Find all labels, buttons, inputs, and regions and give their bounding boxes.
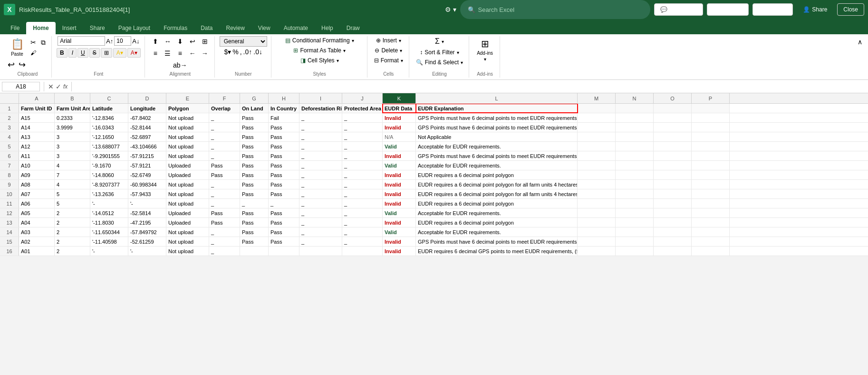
cell[interactable]: _ <box>299 199 342 208</box>
cell[interactable] <box>692 161 730 170</box>
cell[interactable]: _ <box>342 227 383 237</box>
cell[interactable]: Pass <box>240 132 269 141</box>
cell[interactable] <box>299 247 342 256</box>
cell[interactable] <box>616 227 654 237</box>
font-color-button[interactable]: A▾ <box>127 48 141 58</box>
cell[interactable] <box>240 247 269 256</box>
wrap-text-button[interactable]: ↩ <box>187 36 198 47</box>
cell[interactable]: 2 <box>55 208 90 217</box>
tab-insert[interactable]: Insert <box>56 22 83 34</box>
cell[interactable]: _ <box>299 142 342 151</box>
format-cells-button[interactable]: ⊟ Format ▾ <box>372 56 405 65</box>
cell[interactable]: _ <box>342 237 383 246</box>
cell[interactable]: -57.9121 <box>128 161 166 170</box>
cell[interactable] <box>654 247 692 256</box>
cell[interactable]: Valid <box>383 161 416 170</box>
cell[interactable] <box>654 227 692 237</box>
cell[interactable] <box>654 113 692 122</box>
cell[interactable]: _ <box>209 132 240 141</box>
cell[interactable]: _ <box>269 199 299 208</box>
cell[interactable]: Pass <box>209 161 240 170</box>
sort-filter-button[interactable]: ↕ Sort & Filter ▾ <box>418 48 461 57</box>
cell[interactable]: Acceptable for EUDR requirements. <box>416 227 578 237</box>
cell[interactable]: Latitude <box>90 104 128 113</box>
cell[interactable]: _ <box>342 208 383 217</box>
increase-decimal-button[interactable]: .0↑ <box>243 48 252 56</box>
cell[interactable]: 3 <box>55 151 90 160</box>
cell[interactable] <box>654 208 692 217</box>
tab-data[interactable]: Data <box>194 22 219 34</box>
cell[interactable]: Uploaded <box>166 208 209 217</box>
cell[interactable]: '- <box>128 247 166 256</box>
cell[interactable]: '-13.688077 <box>90 142 128 151</box>
cell[interactable]: -57.91215 <box>128 151 166 160</box>
underline-button[interactable]: U <box>77 48 88 58</box>
cell[interactable] <box>578 237 616 246</box>
merge-button[interactable]: ⊞ <box>199 36 211 47</box>
cell[interactable]: -47.2195 <box>128 218 166 227</box>
cell[interactable]: Invalid <box>383 218 416 227</box>
cell[interactable]: Valid <box>383 208 416 217</box>
cell[interactable] <box>578 151 616 160</box>
tab-draw[interactable]: Draw <box>340 22 366 34</box>
cell[interactable]: '-12.8346 <box>90 113 128 122</box>
cell[interactable] <box>616 132 654 141</box>
cell[interactable]: Not upload <box>166 113 209 122</box>
cell[interactable]: A08 <box>19 180 55 189</box>
cell[interactable]: Not upload <box>166 247 209 256</box>
cell[interactable]: Pass <box>240 208 269 217</box>
cell[interactable] <box>616 247 654 256</box>
col-header-g[interactable]: G <box>240 93 269 103</box>
cell[interactable] <box>616 199 654 208</box>
fill-color-button[interactable]: A▾ <box>113 48 126 58</box>
cell[interactable]: '-11.40598 <box>90 237 128 246</box>
increase-indent-button[interactable]: → <box>199 48 211 59</box>
cell[interactable]: A06 <box>19 199 55 208</box>
cell[interactable] <box>578 123 616 132</box>
align-middle-button[interactable]: ↔ <box>162 36 174 47</box>
cell[interactable]: GPS Points must have 6 decimal points to… <box>416 123 578 132</box>
cell[interactable]: '-9.2901555 <box>90 151 128 160</box>
cell[interactable] <box>578 142 616 151</box>
cell[interactable] <box>616 151 654 160</box>
cell[interactable]: -43.104666 <box>128 142 166 151</box>
cell[interactable]: '- <box>90 247 128 256</box>
cell[interactable]: _ <box>342 199 383 208</box>
cell[interactable]: Pass <box>269 227 299 237</box>
font-name-input[interactable] <box>58 36 105 46</box>
cell[interactable]: EUDR requires a 6 decimal point polygon <box>416 199 578 208</box>
cell[interactable] <box>578 180 616 189</box>
cell[interactable] <box>654 199 692 208</box>
catchup-button[interactable]: ↺ Catch up <box>707 3 749 16</box>
cell[interactable]: EUDR requires a 6 decimal point polygon … <box>416 189 578 198</box>
tab-review[interactable]: Review <box>220 22 251 34</box>
col-header-a[interactable]: A <box>19 93 55 103</box>
cell[interactable]: _ <box>209 237 240 246</box>
editing-button[interactable]: ✏ Editing ▾ <box>752 3 793 16</box>
addins-button[interactable]: ⊞ Add-ins ▾ <box>474 36 496 64</box>
cell[interactable]: Not upload <box>166 180 209 189</box>
cell[interactable]: -57.849792 <box>128 227 166 237</box>
cell[interactable]: _ <box>299 227 342 237</box>
delete-cells-button[interactable]: ⊖ Delete ▾ <box>373 46 404 55</box>
col-header-n[interactable]: N <box>616 93 654 103</box>
cell[interactable]: A05 <box>19 208 55 217</box>
cell[interactable]: '-14.8060 <box>90 170 128 179</box>
cell[interactable]: _ <box>209 151 240 160</box>
col-header-i[interactable]: I <box>299 93 342 103</box>
cell[interactable]: Pass <box>240 113 269 122</box>
cell[interactable]: Not upload <box>166 227 209 237</box>
cell[interactable]: _ <box>342 142 383 151</box>
cell[interactable]: 3 <box>55 132 90 141</box>
cell[interactable]: Deforestation Risk <box>299 104 342 113</box>
cell[interactable]: Not upload <box>166 142 209 151</box>
cell[interactable]: Invalid <box>383 113 416 122</box>
cell[interactable]: _ <box>209 227 240 237</box>
cell[interactable]: _ <box>342 161 383 170</box>
cell[interactable]: A10 <box>19 161 55 170</box>
cell[interactable]: 2 <box>55 247 90 256</box>
col-header-f[interactable]: F <box>209 93 240 103</box>
cell[interactable] <box>692 199 730 208</box>
cell[interactable]: _ <box>342 218 383 227</box>
cell[interactable] <box>578 132 616 141</box>
